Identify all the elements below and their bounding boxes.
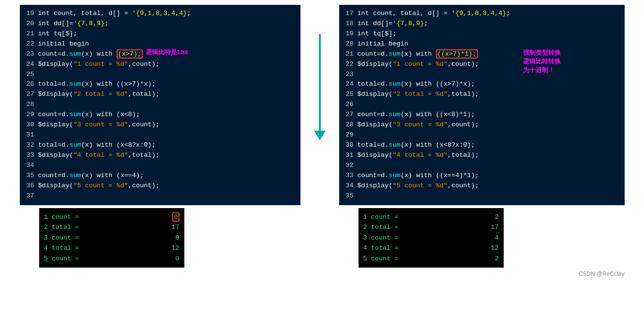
r-out-key-3: 3 count = — [363, 233, 470, 243]
r-code-line-25: 25 $display("2 total = %d",total); — [344, 90, 620, 100]
out-key-5: 5 count = — [44, 254, 150, 264]
r-out-val-3: 4 — [470, 233, 499, 243]
csdn-label: CSDN @ReCclay — [579, 271, 625, 277]
r-out-val-5: 2 — [470, 254, 499, 264]
r-code-line-24: 24 total=d.sum(x) with ((x>7)*x); — [344, 79, 620, 90]
code-text: $display("3 count = %d",count); — [38, 120, 160, 130]
line-num-26: 26 — [25, 79, 38, 90]
r-code-line-35: 35 — [344, 191, 620, 201]
right-panel: 17 int count, total, d[] = '{9,1,8,3,4,4… — [339, 5, 625, 268]
left-output-line-3: 3 count = 0 — [44, 233, 180, 243]
left-panel: 19 int count, total, d[] = '{9,1,8,3,4,4… — [20, 5, 300, 268]
r-code-line-17: 17 int count, total, d[] = '{9,1,8,3,4,4… — [344, 9, 620, 19]
r-line-num-35: 35 — [344, 191, 358, 201]
r-code-text: int count, total, d[] = '{9,1,8,3,4,4}; — [358, 9, 510, 19]
line-num-21: 21 — [25, 29, 38, 39]
right-output-line-1: 1 count = 2 — [363, 212, 499, 223]
code-text: int count, total, d[] = '{9,1,8,3,4,4}; — [38, 9, 191, 19]
r-code-line-33: 33 count=d.sum(x) with ((x==4)*1); — [344, 171, 620, 181]
left-output-line-2: 2 total = 17 — [44, 222, 180, 233]
left-output-line-1: 1 count = 0 — [44, 212, 180, 223]
line-num-19: 19 — [25, 9, 38, 19]
r-code-line-26: 26 — [344, 100, 620, 110]
r-line-num-28: 28 — [344, 120, 358, 130]
r-code-text: count=d.sum(x) with ((x<8)*1); — [358, 110, 475, 120]
line-num-20: 20 — [25, 19, 38, 29]
r-code-text: int tq[$]; — [358, 29, 397, 39]
r-code-line-28: 28 $display("3 count = %d",count); — [344, 120, 620, 130]
line-num-23: 23 — [25, 49, 38, 60]
r-code-text: total=d.sum(x) with ((x>7)*x); — [358, 79, 475, 90]
code-text: $display("4 total = %d",total); — [38, 150, 160, 161]
line-num-24: 24 — [25, 60, 38, 70]
code-text: total=d.sum(x) with (x<8?x:0); — [38, 140, 156, 150]
r-code-text: count=d.sum(x) with ((x==4)*1); — [358, 171, 479, 181]
out-key-2: 2 total = — [44, 222, 150, 233]
line-num-35: 35 — [25, 171, 38, 181]
out-val-3: 0 — [150, 233, 180, 243]
code-line-27: 27 $display("2 total = %d",total); — [25, 90, 296, 100]
code-line-24: 24 $display("1 count = %d",count); — [25, 60, 296, 70]
code-text: initial begin — [38, 39, 89, 49]
line-num-37: 37 — [25, 191, 38, 201]
code-text: $display("1 count = %d",count); — [38, 60, 160, 70]
arrow-down — [314, 131, 326, 140]
code-line-28: 28 — [25, 100, 296, 110]
out-key-4: 4 total = — [44, 243, 150, 254]
r-line-num-22: 22 — [344, 60, 358, 70]
code-line-20: 20 int dd[]='{7,8,9}; — [25, 19, 296, 29]
code-line-36: 36 $display("5 count = %d",count); — [25, 181, 296, 191]
out-val-2: 17 — [150, 222, 180, 233]
code-text: int dd[]='{7,8,9}; — [38, 19, 109, 29]
r-code-line-31: 31 $display("4 total = %d",total); — [344, 150, 620, 161]
r-out-key-4: 4 total = — [363, 243, 470, 254]
line-num-32: 32 — [25, 140, 38, 150]
arrow-container — [310, 5, 329, 268]
code-text: $display("2 total = %d",total); — [38, 90, 160, 100]
code-line-19: 19 int count, total, d[] = '{9,1,8,3,4,4… — [25, 9, 296, 19]
r-line-num-30: 30 — [344, 140, 358, 150]
r-out-val-2: 17 — [470, 222, 499, 233]
r-line-num-24: 24 — [344, 79, 358, 90]
annotation-right: 强制类型转换逻辑比特转换为十进制！ — [523, 48, 561, 75]
r-line-num-27: 27 — [344, 110, 358, 120]
left-output-block: 1 count = 0 2 total = 17 3 count = 0 4 t… — [39, 208, 184, 268]
r-line-num-17: 17 — [344, 9, 358, 19]
code-line-25: 25 — [25, 70, 296, 80]
out-val-4: 12 — [150, 243, 180, 254]
r-code-line-27: 27 count=d.sum(x) with ((x<8)*1); — [344, 110, 620, 120]
arrow-shaft — [319, 34, 321, 131]
code-line-26: 26 total=d.sum(x) with ((x>7)*x); — [25, 79, 296, 90]
line-num-34: 34 — [25, 161, 38, 171]
r-code-text: total=d.sum(x) with (x<8?x:0); — [358, 140, 475, 150]
line-num-28: 28 — [25, 100, 38, 110]
r-line-num-25: 25 — [344, 90, 358, 100]
r-out-key-5: 5 count = — [363, 254, 470, 264]
code-text: int tq[$]; — [38, 29, 77, 39]
out-key-1: 1 count = — [44, 212, 150, 223]
line-num-22: 22 — [25, 39, 38, 49]
r-line-num-29: 29 — [344, 130, 358, 140]
r-line-num-33: 33 — [344, 171, 358, 181]
r-code-line-23: 23 — [344, 70, 620, 80]
r-line-num-18: 18 — [344, 19, 358, 29]
line-num-36: 36 — [25, 181, 38, 191]
code-text: total=d.sum(x) with ((x>7)*x); — [38, 79, 156, 90]
r-out-key-2: 2 total = — [363, 222, 470, 233]
out-val-1: 0 — [150, 212, 180, 223]
r-line-num-26: 26 — [344, 100, 358, 110]
code-text: count=d.sum(x) with (x==4); — [38, 171, 144, 181]
out-val-5: 0 — [150, 254, 180, 264]
left-output-line-4: 4 total = 12 — [44, 243, 180, 254]
r-code-text: $display("5 count = %d",count); — [358, 181, 479, 191]
code-text: $display("5 count = %d",count); — [38, 181, 160, 191]
code-line-31: 31 — [25, 130, 296, 140]
main-container: 19 int count, total, d[] = '{9,1,8,3,4,4… — [5, 5, 639, 268]
r-line-num-32: 32 — [344, 161, 358, 171]
r-code-line-34: 34 $display("5 count = %d",count); — [344, 181, 620, 191]
code-line-33: 33 $display("4 total = %d",total); — [25, 150, 296, 161]
out-key-3: 3 count = — [44, 233, 150, 243]
r-line-num-19: 19 — [344, 29, 358, 39]
code-line-34: 34 — [25, 161, 296, 171]
right-output-line-3: 3 count = 4 — [363, 233, 499, 243]
